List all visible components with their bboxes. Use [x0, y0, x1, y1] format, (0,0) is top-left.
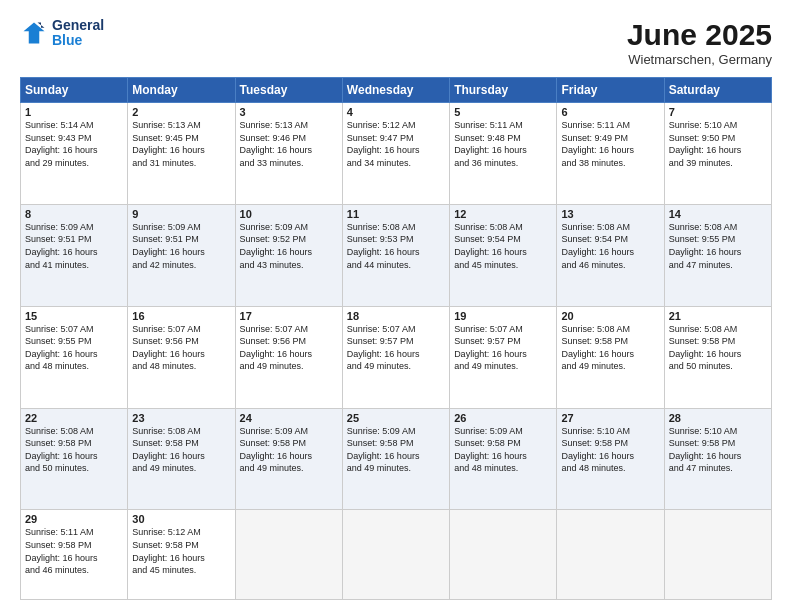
day-number: 23: [132, 412, 230, 424]
day-number: 4: [347, 106, 445, 118]
day-cell: 28Sunrise: 5:10 AM Sunset: 9:58 PM Dayli…: [664, 408, 771, 510]
day-number: 26: [454, 412, 552, 424]
day-cell: 12Sunrise: 5:08 AM Sunset: 9:54 PM Dayli…: [450, 204, 557, 306]
day-cell: 5Sunrise: 5:11 AM Sunset: 9:48 PM Daylig…: [450, 103, 557, 205]
day-info: Sunrise: 5:09 AM Sunset: 9:58 PM Dayligh…: [240, 425, 338, 475]
day-info: Sunrise: 5:08 AM Sunset: 9:54 PM Dayligh…: [561, 221, 659, 271]
col-header-thursday: Thursday: [450, 78, 557, 103]
day-cell: 9Sunrise: 5:09 AM Sunset: 9:51 PM Daylig…: [128, 204, 235, 306]
col-header-friday: Friday: [557, 78, 664, 103]
day-number: 6: [561, 106, 659, 118]
day-number: 18: [347, 310, 445, 322]
day-number: 7: [669, 106, 767, 118]
day-cell: 8Sunrise: 5:09 AM Sunset: 9:51 PM Daylig…: [21, 204, 128, 306]
day-cell: 30Sunrise: 5:12 AM Sunset: 9:58 PM Dayli…: [128, 510, 235, 600]
day-number: 5: [454, 106, 552, 118]
day-cell: [664, 510, 771, 600]
week-row: 8Sunrise: 5:09 AM Sunset: 9:51 PM Daylig…: [21, 204, 772, 306]
day-cell: [342, 510, 449, 600]
day-info: Sunrise: 5:08 AM Sunset: 9:58 PM Dayligh…: [669, 323, 767, 373]
logo-icon: [20, 19, 48, 47]
day-info: Sunrise: 5:09 AM Sunset: 9:58 PM Dayligh…: [347, 425, 445, 475]
day-info: Sunrise: 5:13 AM Sunset: 9:45 PM Dayligh…: [132, 119, 230, 169]
day-info: Sunrise: 5:08 AM Sunset: 9:58 PM Dayligh…: [25, 425, 123, 475]
day-info: Sunrise: 5:08 AM Sunset: 9:58 PM Dayligh…: [561, 323, 659, 373]
col-header-saturday: Saturday: [664, 78, 771, 103]
day-cell: 10Sunrise: 5:09 AM Sunset: 9:52 PM Dayli…: [235, 204, 342, 306]
day-info: Sunrise: 5:09 AM Sunset: 9:51 PM Dayligh…: [132, 221, 230, 271]
week-row: 22Sunrise: 5:08 AM Sunset: 9:58 PM Dayli…: [21, 408, 772, 510]
day-cell: [235, 510, 342, 600]
day-number: 3: [240, 106, 338, 118]
day-info: Sunrise: 5:09 AM Sunset: 9:51 PM Dayligh…: [25, 221, 123, 271]
day-info: Sunrise: 5:09 AM Sunset: 9:52 PM Dayligh…: [240, 221, 338, 271]
day-cell: [557, 510, 664, 600]
day-info: Sunrise: 5:10 AM Sunset: 9:58 PM Dayligh…: [561, 425, 659, 475]
day-number: 27: [561, 412, 659, 424]
col-header-tuesday: Tuesday: [235, 78, 342, 103]
day-cell: 4Sunrise: 5:12 AM Sunset: 9:47 PM Daylig…: [342, 103, 449, 205]
day-info: Sunrise: 5:07 AM Sunset: 9:56 PM Dayligh…: [240, 323, 338, 373]
day-info: Sunrise: 5:13 AM Sunset: 9:46 PM Dayligh…: [240, 119, 338, 169]
col-header-monday: Monday: [128, 78, 235, 103]
day-number: 9: [132, 208, 230, 220]
day-cell: 21Sunrise: 5:08 AM Sunset: 9:58 PM Dayli…: [664, 306, 771, 408]
day-number: 21: [669, 310, 767, 322]
header-row: SundayMondayTuesdayWednesdayThursdayFrid…: [21, 78, 772, 103]
week-row: 1Sunrise: 5:14 AM Sunset: 9:43 PM Daylig…: [21, 103, 772, 205]
day-number: 20: [561, 310, 659, 322]
day-number: 29: [25, 513, 123, 525]
day-info: Sunrise: 5:07 AM Sunset: 9:56 PM Dayligh…: [132, 323, 230, 373]
day-info: Sunrise: 5:08 AM Sunset: 9:55 PM Dayligh…: [669, 221, 767, 271]
day-info: Sunrise: 5:07 AM Sunset: 9:57 PM Dayligh…: [347, 323, 445, 373]
day-info: Sunrise: 5:07 AM Sunset: 9:57 PM Dayligh…: [454, 323, 552, 373]
day-info: Sunrise: 5:11 AM Sunset: 9:48 PM Dayligh…: [454, 119, 552, 169]
col-header-wednesday: Wednesday: [342, 78, 449, 103]
logo-line2: Blue: [52, 33, 104, 48]
day-cell: 25Sunrise: 5:09 AM Sunset: 9:58 PM Dayli…: [342, 408, 449, 510]
day-info: Sunrise: 5:10 AM Sunset: 9:58 PM Dayligh…: [669, 425, 767, 475]
subtitle: Wietmarschen, Germany: [627, 52, 772, 67]
day-info: Sunrise: 5:11 AM Sunset: 9:58 PM Dayligh…: [25, 526, 123, 576]
day-cell: 17Sunrise: 5:07 AM Sunset: 9:56 PM Dayli…: [235, 306, 342, 408]
day-number: 10: [240, 208, 338, 220]
day-cell: 2Sunrise: 5:13 AM Sunset: 9:45 PM Daylig…: [128, 103, 235, 205]
logo-line1: General: [52, 18, 104, 33]
day-number: 14: [669, 208, 767, 220]
day-cell: 14Sunrise: 5:08 AM Sunset: 9:55 PM Dayli…: [664, 204, 771, 306]
week-row: 15Sunrise: 5:07 AM Sunset: 9:55 PM Dayli…: [21, 306, 772, 408]
day-cell: [450, 510, 557, 600]
week-row: 29Sunrise: 5:11 AM Sunset: 9:58 PM Dayli…: [21, 510, 772, 600]
day-number: 11: [347, 208, 445, 220]
day-cell: 19Sunrise: 5:07 AM Sunset: 9:57 PM Dayli…: [450, 306, 557, 408]
day-cell: 27Sunrise: 5:10 AM Sunset: 9:58 PM Dayli…: [557, 408, 664, 510]
day-cell: 22Sunrise: 5:08 AM Sunset: 9:58 PM Dayli…: [21, 408, 128, 510]
day-cell: 29Sunrise: 5:11 AM Sunset: 9:58 PM Dayli…: [21, 510, 128, 600]
day-number: 25: [347, 412, 445, 424]
col-header-sunday: Sunday: [21, 78, 128, 103]
day-number: 12: [454, 208, 552, 220]
day-info: Sunrise: 5:11 AM Sunset: 9:49 PM Dayligh…: [561, 119, 659, 169]
day-info: Sunrise: 5:07 AM Sunset: 9:55 PM Dayligh…: [25, 323, 123, 373]
calendar: SundayMondayTuesdayWednesdayThursdayFrid…: [20, 77, 772, 600]
day-number: 1: [25, 106, 123, 118]
day-cell: 15Sunrise: 5:07 AM Sunset: 9:55 PM Dayli…: [21, 306, 128, 408]
day-number: 15: [25, 310, 123, 322]
day-cell: 26Sunrise: 5:09 AM Sunset: 9:58 PM Dayli…: [450, 408, 557, 510]
day-number: 30: [132, 513, 230, 525]
day-cell: 13Sunrise: 5:08 AM Sunset: 9:54 PM Dayli…: [557, 204, 664, 306]
day-number: 17: [240, 310, 338, 322]
day-number: 8: [25, 208, 123, 220]
day-info: Sunrise: 5:12 AM Sunset: 9:47 PM Dayligh…: [347, 119, 445, 169]
day-info: Sunrise: 5:12 AM Sunset: 9:58 PM Dayligh…: [132, 526, 230, 576]
day-cell: 7Sunrise: 5:10 AM Sunset: 9:50 PM Daylig…: [664, 103, 771, 205]
day-cell: 24Sunrise: 5:09 AM Sunset: 9:58 PM Dayli…: [235, 408, 342, 510]
day-cell: 20Sunrise: 5:08 AM Sunset: 9:58 PM Dayli…: [557, 306, 664, 408]
day-cell: 6Sunrise: 5:11 AM Sunset: 9:49 PM Daylig…: [557, 103, 664, 205]
day-number: 24: [240, 412, 338, 424]
logo-text: General Blue: [52, 18, 104, 49]
day-number: 22: [25, 412, 123, 424]
page: General Blue June 2025 Wietmarschen, Ger…: [0, 0, 792, 612]
header: General Blue June 2025 Wietmarschen, Ger…: [20, 18, 772, 67]
day-info: Sunrise: 5:14 AM Sunset: 9:43 PM Dayligh…: [25, 119, 123, 169]
